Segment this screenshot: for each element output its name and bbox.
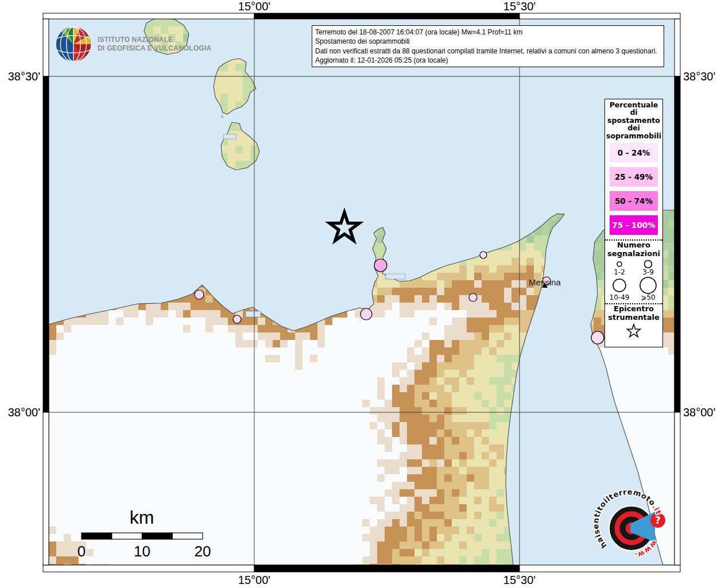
- ingv-name-line1: ISTITUTO NAZIONALE: [98, 36, 211, 44]
- signals-title: Numero segnalazioni: [605, 241, 662, 258]
- scale-tick-10: 10: [134, 543, 150, 560]
- legend-swatch-75-100: 75 - 100%: [610, 215, 658, 235]
- signal-circle-1-2-icon: [608, 259, 631, 269]
- ingv-name-line2: DI GEOFISICA E VULCANOLOGIA: [98, 44, 211, 53]
- axis-left-3830: 38°30': [8, 70, 40, 83]
- report-marker: [360, 308, 372, 320]
- axis-top-1530: 15°30': [503, 0, 536, 13]
- ingv-globe-icon: [55, 25, 92, 63]
- signals-examples: 1-2 3-9 10-49 ⩾50: [605, 259, 662, 301]
- axis-top-1500: 15°00': [238, 0, 270, 13]
- report-marker: [233, 315, 241, 323]
- report-marker: [195, 290, 204, 299]
- event-datanote: Dati non verificati estratti da 88 quest…: [315, 47, 661, 56]
- macroseismic-map-page: 15°00' 15°30' 15°00' 15°30' 38°30' 38°00…: [0, 0, 721, 588]
- event-info-box: Terremoto del 18-08-2007 16:04:07 (ora l…: [312, 25, 664, 67]
- scale-unit: km: [130, 507, 154, 528]
- islet: [221, 115, 224, 118]
- scale-tick-0: 0: [77, 543, 86, 560]
- legend-swatch-25-49: 25 - 49%: [610, 167, 658, 187]
- report-marker: [591, 331, 604, 344]
- signal-circle-50-icon: [637, 276, 660, 294]
- event-effect: Spostamento dei soprammobili: [315, 37, 661, 46]
- city-messina: Messina: [529, 277, 561, 288]
- scale-tick-20: 20: [195, 543, 211, 560]
- report-marker: [469, 293, 477, 301]
- question-mark: ?: [655, 514, 661, 526]
- axis-bottom-1530: 15°30': [503, 574, 536, 586]
- signal-circle-10-49-icon: [608, 276, 631, 294]
- city-label: Messina: [529, 277, 561, 287]
- legend-swatch-0-24: 0 - 24%: [610, 143, 658, 163]
- event-title: Terremoto del 18-08-2007 16:04:07 (ora l…: [315, 28, 661, 37]
- axis-left-3800: 38°00': [8, 406, 40, 419]
- event-updated: Aggiornato il: 12-01-2026 05:25 (ora loc…: [315, 56, 661, 65]
- epicenter-title: Epicentro strumentale: [605, 305, 662, 322]
- legend-star-icon: [624, 323, 644, 339]
- axis-right-3800: 38°00': [683, 406, 715, 419]
- ingv-logo: ISTITUTO NAZIONALE DI GEOFISICA E VULCAN…: [55, 25, 211, 63]
- legend-box: Percentuale di spostamento dei soprammob…: [604, 99, 663, 347]
- axis-right-3830: 38°30': [683, 70, 715, 83]
- report-marker: [480, 252, 487, 258]
- legend-title: Percentuale di spostamento dei soprammob…: [605, 99, 662, 140]
- axis-bottom-1500: 15°00': [238, 574, 270, 586]
- report-marker: [374, 259, 387, 272]
- legend-swatch-50-74: 50 - 74%: [610, 191, 658, 211]
- signal-circle-3-9-icon: [637, 259, 660, 269]
